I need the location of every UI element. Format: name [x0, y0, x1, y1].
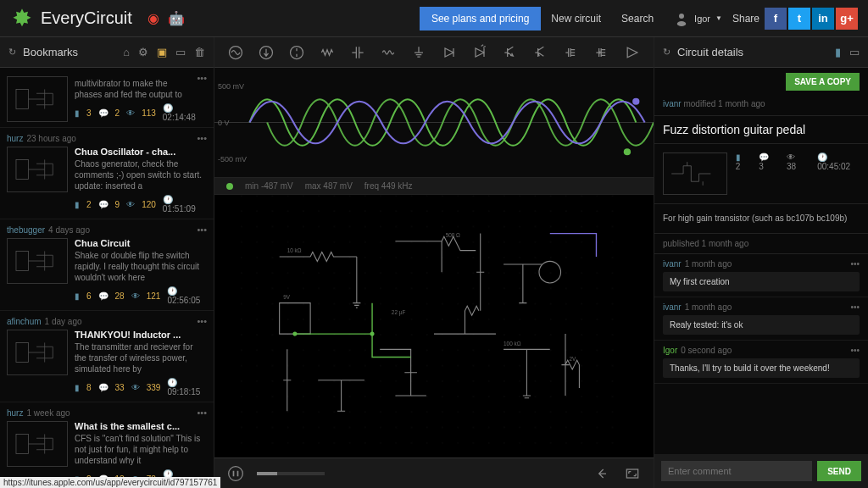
pnp-icon[interactable]: [531, 43, 550, 62]
comment-body: Realy tested: it's ok: [663, 315, 860, 335]
comment-time: 0 second ago: [681, 346, 732, 355]
refresh-icon[interactable]: ↻: [8, 47, 16, 58]
googleplus-button[interactable]: g+: [836, 8, 858, 30]
trash-icon[interactable]: 🗑: [194, 46, 205, 58]
comment-author[interactable]: ivanr: [663, 302, 682, 312]
save-copy-button[interactable]: SAVE A COPY: [786, 73, 860, 91]
user-menu[interactable]: Igor ▼: [674, 11, 722, 26]
comment-input[interactable]: [661, 461, 812, 481]
bookmarks-header: ↻ Bookmarks ⌂ ⚙ ▣ ▭ 🗑: [0, 37, 214, 68]
svg-point-1: [677, 21, 687, 26]
component-toolbar: [214, 37, 654, 68]
share-label: Share: [732, 13, 760, 25]
circuit-modified: modified 1 month ago: [683, 99, 765, 108]
bookmark-author[interactable]: thebugger: [7, 225, 45, 235]
svg-point-0: [679, 14, 684, 19]
inductor-icon[interactable]: [379, 43, 398, 62]
more-icon[interactable]: •••: [197, 225, 207, 235]
linkedin-button[interactable]: in: [812, 8, 834, 30]
circuit-description: For high gain transistor (such as bc107b…: [654, 204, 868, 234]
svg-text:9V: 9V: [283, 294, 291, 300]
ground-icon[interactable]: [409, 43, 428, 62]
comment-item: Igor0 second ago•••Thanks, I'll try to b…: [654, 341, 868, 384]
resistor-icon[interactable]: [318, 43, 337, 62]
bookmark-item[interactable]: thebugger4 days ago••• Chua CircuitShake…: [0, 219, 214, 311]
bookmark-author[interactable]: hurz: [7, 134, 23, 143]
svg-rect-4: [16, 251, 28, 270]
svg-point-18: [370, 332, 374, 336]
diode-icon[interactable]: [440, 43, 459, 62]
led-icon[interactable]: [470, 43, 489, 62]
comment-author[interactable]: ivanr: [663, 259, 682, 269]
chrome-icon[interactable]: ◉: [147, 10, 159, 26]
bookmark-time: 4 days ago: [48, 225, 90, 235]
undo-button[interactable]: [593, 464, 611, 483]
bookmark-icon[interactable]: ▣: [157, 46, 167, 58]
comment-author[interactable]: Igor: [663, 346, 677, 355]
bookmark-thumbnail: [7, 147, 68, 192]
details-header: ↻ Circuit details ▮ ▭: [654, 37, 868, 68]
bookmark-stats: ▮6💬28👁121🕐 02:56:05: [75, 286, 207, 305]
android-icon[interactable]: 🤖: [168, 10, 185, 26]
bookmark-item[interactable]: hurz1 week ago••• What is the smallest c…: [0, 402, 214, 488]
svg-point-9: [291, 46, 303, 58]
bookmark-title: Chua Oscillator - cha...: [75, 147, 207, 157]
pause-button[interactable]: [226, 464, 245, 483]
workspace: 500 mV 0 V -500 mV min -487 mV max 487 m…: [214, 37, 654, 488]
bookmark-item[interactable]: hurz23 hours ago••• Chua Oscillator - ch…: [0, 128, 214, 219]
refresh-icon[interactable]: ↻: [663, 47, 670, 58]
bookmark-desc: CFS is "can't find solution" This is not…: [75, 433, 207, 466]
more-icon[interactable]: •••: [197, 316, 207, 326]
speed-slider[interactable]: [257, 472, 325, 475]
circuit-author[interactable]: ivanr: [663, 99, 682, 108]
chevron-down-icon: ▼: [715, 14, 722, 22]
plans-pricing-button[interactable]: See plans and pricing: [420, 7, 541, 30]
twitter-button[interactable]: t: [788, 8, 810, 30]
svg-rect-15: [241, 195, 627, 458]
bookmark-item[interactable]: ••• multivibrator to make the phases and…: [0, 68, 214, 128]
search-link[interactable]: Search: [621, 13, 654, 25]
more-icon[interactable]: •••: [850, 346, 860, 355]
bookmark-author[interactable]: hurz: [7, 408, 23, 418]
more-icon[interactable]: •••: [197, 408, 207, 418]
bookmark-time: 23 hours ago: [26, 134, 75, 143]
current-source-icon[interactable]: [257, 43, 275, 62]
platform-icons: ◉ 🤖: [147, 10, 193, 26]
svg-point-10: [599, 52, 601, 53]
scope-ymax: 500 mV: [218, 82, 247, 91]
voltage-source-icon[interactable]: [287, 43, 306, 62]
capacitor-icon[interactable]: [348, 43, 367, 62]
bookmark-list[interactable]: ••• multivibrator to make the phases and…: [0, 68, 214, 488]
comment-time: 1 month ago: [685, 302, 732, 312]
new-circuit-link[interactable]: New circuit: [551, 13, 601, 25]
more-icon[interactable]: •••: [850, 302, 860, 312]
npn-icon[interactable]: [501, 43, 520, 62]
facebook-button[interactable]: f: [765, 8, 787, 30]
circuit-canvas[interactable]: 10 kΩ500 Ω 22 µF100 kΩ 9V2V: [214, 195, 654, 458]
fullscreen-button[interactable]: [623, 464, 642, 483]
details-panel: ↻ Circuit details ▮ ▭ SAVE A COPY ivanr …: [654, 37, 868, 488]
playback-bar: [214, 458, 654, 488]
bookmarks-title: Bookmarks: [23, 46, 123, 58]
comment-form: SEND: [654, 454, 868, 488]
opamp-icon[interactable]: [623, 43, 642, 62]
sine-source-icon[interactable]: [226, 43, 245, 62]
more-icon[interactable]: •••: [197, 73, 207, 83]
more-icon[interactable]: •••: [197, 133, 207, 143]
logo-text: EveryCircuit: [41, 8, 132, 28]
bookmark-author[interactable]: afinchum: [7, 317, 42, 326]
comment-icon[interactable]: ▭: [849, 46, 860, 58]
nmos-icon[interactable]: [562, 43, 581, 62]
bookmark-item[interactable]: afinchum1 day ago••• THANKYOU! Inductor …: [0, 311, 214, 402]
oscilloscope[interactable]: 500 mV 0 V -500 mV: [214, 68, 654, 178]
more-icon[interactable]: •••: [850, 259, 860, 269]
bookmark-icon[interactable]: ▮: [835, 46, 841, 58]
pmos-icon[interactable]: [593, 43, 611, 62]
bookmark-desc: multivibrator to make the phases and fed…: [75, 78, 197, 100]
gear-icon[interactable]: ⚙: [138, 46, 148, 58]
trace-indicator-icon: [226, 183, 233, 190]
home-icon[interactable]: ⌂: [123, 46, 130, 58]
book-icon[interactable]: ▭: [175, 46, 186, 58]
send-button[interactable]: SEND: [817, 461, 861, 481]
comments-list[interactable]: ivanr1 month ago•••My first creationivan…: [654, 254, 868, 454]
